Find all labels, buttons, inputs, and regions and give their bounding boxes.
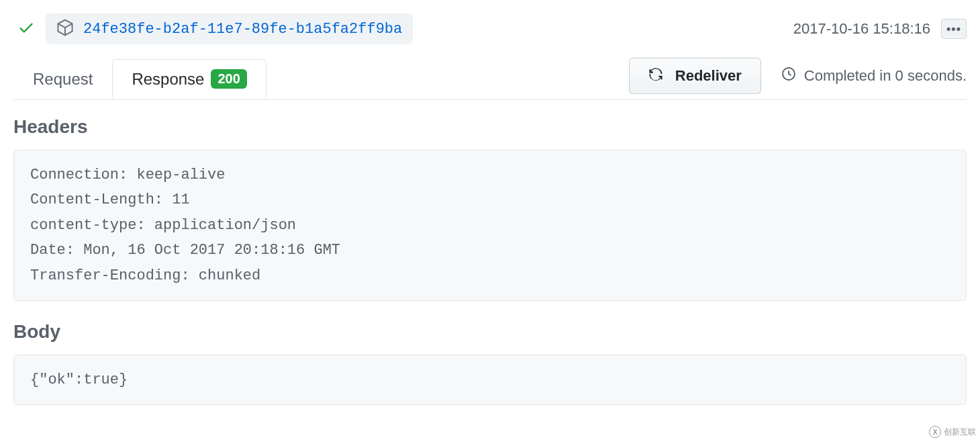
success-check-icon <box>17 19 35 39</box>
more-actions-button[interactable]: ••• <box>941 19 967 39</box>
delivery-timestamp: 2017-10-16 15:18:16 <box>793 20 930 38</box>
watermark-text: 创新互联 <box>944 427 976 438</box>
watermark-logo-icon: X <box>929 426 941 438</box>
status-badge: 200 <box>211 69 246 89</box>
delivery-id: 24fe38fe-b2af-11e7-89fe-b1a5fa2ff9ba <box>83 21 402 38</box>
tab-request[interactable]: Request <box>13 59 112 99</box>
redeliver-button[interactable]: Redeliver <box>629 58 761 94</box>
watermark: X 创新互联 <box>929 426 976 438</box>
completed-indicator: Completed in 0 seconds. <box>781 67 967 85</box>
completed-text: Completed in 0 seconds. <box>804 67 967 85</box>
tab-request-label: Request <box>33 70 93 89</box>
headers-block: Connection: keep-alive Content-Length: 1… <box>13 150 967 301</box>
delivery-detail: 24fe38fe-b2af-11e7-89fe-b1a5fa2ff9ba 201… <box>0 0 980 439</box>
delivery-header: 24fe38fe-b2af-11e7-89fe-b1a5fa2ff9ba 201… <box>13 13 967 44</box>
tabs-row: Request Response 200 Redeliver Completed… <box>13 58 967 100</box>
tab-response-label: Response <box>132 70 204 89</box>
tabs-right: Redeliver Completed in 0 seconds. <box>629 58 967 99</box>
header-right: 2017-10-16 15:18:16 ••• <box>793 19 967 39</box>
redeliver-label: Redeliver <box>675 67 742 85</box>
body-title: Body <box>13 321 967 343</box>
sync-icon <box>648 67 663 85</box>
delivery-id-box[interactable]: 24fe38fe-b2af-11e7-89fe-b1a5fa2ff9ba <box>46 13 413 44</box>
tab-response[interactable]: Response 200 <box>112 59 266 99</box>
body-block: {"ok":true} <box>13 355 967 405</box>
headers-title: Headers <box>13 116 967 138</box>
package-icon <box>56 19 74 39</box>
tabs: Request Response 200 <box>13 59 266 98</box>
clock-icon <box>781 67 796 85</box>
ellipsis-icon: ••• <box>946 22 961 36</box>
